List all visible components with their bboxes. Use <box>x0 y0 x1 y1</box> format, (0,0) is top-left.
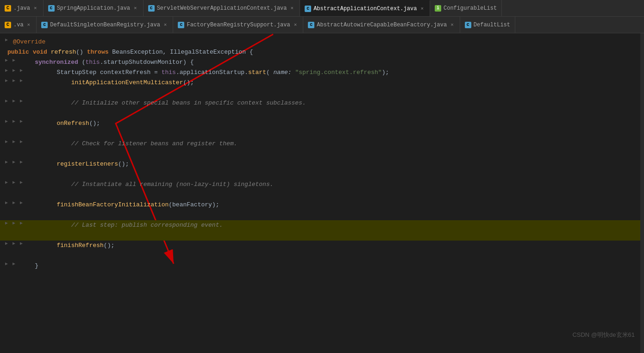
gutter-closebrace: ▶ ▶ <box>4 261 17 266</box>
line-blank3 <box>0 129 644 139</box>
gutter-comment-instantiate: ▶ ▶ ▶ <box>4 180 24 185</box>
tab-close-abstract[interactable]: × <box>419 6 425 12</box>
gutter-startup: ▶ ▶ ▶ <box>4 68 24 73</box>
tab-configurable[interactable]: i ConfigurableList <box>430 0 502 16</box>
tab-close-defaultsingleton[interactable]: × <box>163 22 169 28</box>
code-blank1 <box>7 88 640 98</box>
gutter-comment-special: ▶ ▶ ▶ <box>4 98 24 104</box>
tab-label-abstract: AbstractApplicationContext.java <box>313 6 417 12</box>
tab-spring[interactable]: c SpringApplication.java × <box>44 0 144 16</box>
line-blank6 <box>0 190 644 200</box>
fold-ll-1[interactable]: ▶ <box>4 220 9 226</box>
fold-ll-2[interactable]: ▶ <box>11 220 17 226</box>
fold-mc-3[interactable]: ▶ <box>19 78 24 83</box>
line-comment-last: ▶ ▶ ▶ // Last step: publish correspondin… <box>0 220 644 230</box>
code-blank9 <box>7 251 640 261</box>
code-registerlisteners: registerListeners(); <box>28 159 640 169</box>
tab-icon-defaultlist: c <box>465 22 471 28</box>
line-blank2 <box>0 108 644 118</box>
tab-close-servlet[interactable]: × <box>289 5 295 12</box>
line-register-listeners: ▶ ▶ ▶ registerListeners(); <box>0 159 644 169</box>
code-override: @Override <box>13 37 640 47</box>
fold-rl-3[interactable]: ▶ <box>19 159 24 165</box>
gutter-registerlisteners: ▶ ▶ ▶ <box>4 159 24 165</box>
fold-fb-2[interactable]: ▶ <box>11 200 17 205</box>
tab-close-spring[interactable]: × <box>132 5 138 12</box>
code-onrefresh: onRefresh(); <box>28 118 640 129</box>
tab-close-factorybean[interactable]: × <box>293 22 299 28</box>
tab-factorybean[interactable]: c FactoryBeanRegistrySupport.java × <box>173 17 303 33</box>
fold-sync-1[interactable]: ▶ <box>4 57 9 63</box>
line-startup: ▶ ▶ ▶ StartupStep contextRefresh = this.… <box>0 68 644 78</box>
tab-icon-defaultsingleton: c <box>41 22 48 28</box>
gutter-finishbean: ▶ ▶ ▶ <box>4 200 24 205</box>
fold-ci-2[interactable]: ▶ <box>11 180 17 185</box>
tab-abstract[interactable]: c AbstractApplicationContext.java × <box>300 0 430 16</box>
line-close-brace: ▶ ▶ } <box>0 261 644 271</box>
fold-fr-2[interactable]: ▶ <box>11 241 17 246</box>
tab-label-defaultsingleton: DefaultSingletonBeanRegistry.java <box>50 22 160 28</box>
fold-rl-1[interactable]: ▶ <box>4 159 9 165</box>
fold-fr-1[interactable]: ▶ <box>4 241 9 246</box>
fold-or-2[interactable]: ▶ <box>11 118 17 124</box>
fold-ci-1[interactable]: ▶ <box>4 180 9 185</box>
code-multicaster: initApplicationEventMulticaster(); <box>28 78 640 88</box>
fold-cs-3[interactable]: ▶ <box>19 98 24 104</box>
gutter-onrefresh: ▶ ▶ ▶ <box>4 118 24 124</box>
fold-fb-1[interactable]: ▶ <box>4 200 9 205</box>
tab-label-configurable: ConfigurableList <box>444 5 497 12</box>
line-comment-listener: ▶ ▶ ▶ // Check for listener beans and re… <box>0 139 644 149</box>
fold-startup-3[interactable]: ▶ <box>19 68 24 73</box>
fold-startup-1[interactable]: ▶ <box>4 68 9 73</box>
tab-close-abstractautowire[interactable]: × <box>449 22 455 28</box>
code-blank8 <box>7 230 640 241</box>
tab-abstract-autowire[interactable]: c AbstractAutowireCapableBeanFactory.jav… <box>303 17 460 33</box>
tab-servlet[interactable]: c ServletWebServerApplicationContext.jav… <box>144 0 300 16</box>
tab-java-1[interactable]: C .java × <box>0 0 44 16</box>
fold-fr-3[interactable]: ▶ <box>19 241 24 246</box>
line-override: ▶ @Override <box>0 37 644 47</box>
fold-rl-2[interactable]: ▶ <box>11 159 17 165</box>
fold-fb-3[interactable]: ▶ <box>19 200 24 205</box>
fold-cs-2[interactable]: ▶ <box>11 98 17 104</box>
fold-cb-2[interactable]: ▶ <box>11 261 17 266</box>
tab-bar-row1: C .java × c SpringApplication.java × c S… <box>0 0 644 17</box>
line-blank5 <box>0 169 644 180</box>
fold-cl-3[interactable]: ▶ <box>19 139 24 144</box>
tab-close-java2[interactable]: × <box>26 22 32 28</box>
fold-mc-1[interactable]: ▶ <box>4 78 9 83</box>
tab-icon-java1: C <box>5 5 11 12</box>
tab-defaultlist[interactable]: c DefaultList <box>460 17 515 33</box>
scrollbar[interactable] <box>640 33 644 353</box>
code-sync: synchronized (this.startupShutdownMonito… <box>20 57 640 68</box>
tab-icon-abstractautowire: c <box>308 22 314 28</box>
fold-sync-2[interactable]: ▶ <box>11 57 17 63</box>
fold-or-1[interactable]: ▶ <box>4 118 9 124</box>
tab-java-2[interactable]: C .va × <box>0 17 37 33</box>
code-blank2 <box>7 108 640 118</box>
line-sync: ▶ ▶ synchronized (this.startupShutdownMo… <box>0 57 644 68</box>
tab-label-java2: .va <box>13 22 24 28</box>
code-comment-special: // Initialize other special beans in spe… <box>28 98 640 108</box>
fold-cl-2[interactable]: ▶ <box>11 139 17 144</box>
code-blank4 <box>7 149 640 159</box>
tab-default-singleton[interactable]: c DefaultSingletonBeanRegistry.java × <box>37 17 173 33</box>
line-finish-refresh: ▶ ▶ ▶ finishRefresh(); <box>0 241 644 251</box>
fold-cl-1[interactable]: ▶ <box>4 139 9 144</box>
fold-1[interactable]: ▶ <box>4 37 9 43</box>
tab-close-java1[interactable]: × <box>32 5 38 12</box>
line-blank8 <box>0 230 644 241</box>
fold-startup-2[interactable]: ▶ <box>11 68 17 73</box>
fold-ci-3[interactable]: ▶ <box>19 180 24 185</box>
fold-or-3[interactable]: ▶ <box>19 118 24 124</box>
fold-cs-1[interactable]: ▶ <box>4 98 9 104</box>
tab-label-factorybean: FactoryBeanRegistrySupport.java <box>187 22 290 28</box>
line-on-refresh: ▶ ▶ ▶ onRefresh(); <box>0 118 644 129</box>
fold-ll-3[interactable]: ▶ <box>19 220 24 226</box>
fold-mc-2[interactable]: ▶ <box>11 78 17 83</box>
gutter-sync: ▶ ▶ <box>4 57 17 63</box>
tab-icon-factorybean: c <box>178 22 184 28</box>
code-comment-listener: // Check for listener beans and register… <box>28 139 640 149</box>
watermark: CSDN @明快de玄米61 <box>572 331 635 339</box>
fold-cb-1[interactable]: ▶ <box>4 261 9 266</box>
